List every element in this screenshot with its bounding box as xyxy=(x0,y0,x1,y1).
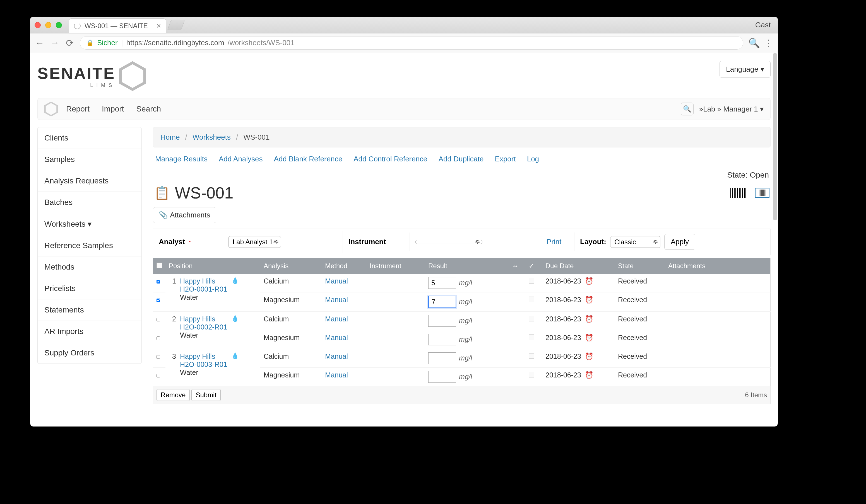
search-in-page-icon[interactable]: 🔍 xyxy=(748,37,758,48)
unit-label: mg/l xyxy=(459,279,472,287)
method-link[interactable]: Manual xyxy=(325,315,348,323)
ar-link[interactable]: H2O-0001-R01 xyxy=(180,285,227,293)
client-link[interactable]: Happy Hills xyxy=(180,315,215,323)
remove-button[interactable]: Remove xyxy=(156,389,190,401)
position-number: 2 xyxy=(169,315,176,339)
nav-import[interactable]: Import xyxy=(102,104,124,113)
result-input[interactable] xyxy=(428,277,456,289)
unit-label: mg/l xyxy=(459,354,472,362)
table-row: 2Happy HillsH2O-0002-R01Water💧CalciumMan… xyxy=(153,312,770,330)
barcode-icon[interactable] xyxy=(730,188,747,198)
col-instrument[interactable]: Instrument xyxy=(366,258,425,274)
breadcrumb-current: WS-001 xyxy=(244,133,270,141)
instrument-select[interactable] xyxy=(415,240,482,244)
close-tab-icon[interactable]: × xyxy=(156,22,161,31)
method-link[interactable]: Manual xyxy=(325,334,348,342)
profile-label[interactable]: Gast xyxy=(755,21,773,29)
search-button[interactable]: 🔍 xyxy=(681,103,693,115)
sidebar-item-methods[interactable]: Methods xyxy=(38,256,142,278)
client-link[interactable]: Happy Hills xyxy=(180,352,215,360)
action-add-duplicate[interactable]: Add Duplicate xyxy=(438,155,484,163)
sidebar-item-statements[interactable]: Statements xyxy=(38,299,142,321)
new-tab-button[interactable] xyxy=(167,20,185,30)
col-state[interactable]: State xyxy=(615,258,665,274)
verified-checkbox[interactable] xyxy=(529,372,534,377)
action-add-control-reference[interactable]: Add Control Reference xyxy=(354,155,427,163)
col-analysis[interactable]: Analysis xyxy=(260,258,322,274)
verified-checkbox[interactable] xyxy=(529,278,534,284)
nav-search[interactable]: Search xyxy=(136,104,161,113)
action-export[interactable]: Export xyxy=(495,155,516,163)
row-checkbox[interactable] xyxy=(156,355,160,359)
window-controls xyxy=(35,22,62,28)
sidebar-item-reference-samples[interactable]: Reference Samples xyxy=(38,235,142,256)
scrollbar[interactable] xyxy=(773,53,777,220)
result-input[interactable] xyxy=(428,371,456,383)
browser-tab[interactable]: WS-001 — SENAITE × xyxy=(69,19,166,33)
attachments-button[interactable]: 📎 Attachments xyxy=(153,207,216,223)
sidebar-item-pricelists[interactable]: Pricelists xyxy=(38,278,142,299)
method-link[interactable]: Manual xyxy=(325,296,348,303)
verified-checkbox[interactable] xyxy=(529,353,534,359)
maximize-window-icon[interactable] xyxy=(56,22,62,28)
sidebar-item-clients[interactable]: Clients xyxy=(38,127,142,149)
print-link[interactable]: Print xyxy=(546,238,561,246)
col-result[interactable]: Result xyxy=(425,258,509,274)
user-menu[interactable]: »Lab » Manager 1 ▾ xyxy=(699,105,764,113)
logo[interactable]: SENAITE LIMS xyxy=(37,61,146,91)
result-input[interactable] xyxy=(428,334,456,345)
analysis-cell: Magnesium xyxy=(260,293,322,312)
address-bar[interactable]: 🔒 Sicher | https://senaite.ridingbytes.c… xyxy=(80,36,743,50)
breadcrumb-worksheets[interactable]: Worksheets xyxy=(192,133,231,141)
language-button[interactable]: Language ▾ xyxy=(720,61,770,78)
result-input[interactable] xyxy=(428,352,456,364)
apply-button[interactable]: Apply xyxy=(664,234,695,250)
sidebar-item-ar-imports[interactable]: AR Imports xyxy=(38,321,142,342)
method-link[interactable]: Manual xyxy=(325,277,348,285)
menu-icon[interactable]: ⋮ xyxy=(763,37,773,48)
result-input[interactable] xyxy=(428,296,456,308)
lock-icon: 🔒 xyxy=(86,39,94,47)
nav-report[interactable]: Report xyxy=(66,104,90,113)
back-button[interactable]: ← xyxy=(35,37,45,48)
sidebar-item-worksheets[interactable]: Worksheets ▾ xyxy=(38,213,142,235)
submit-button[interactable]: Submit xyxy=(191,389,221,401)
ar-link[interactable]: H2O-0003-R01 xyxy=(180,360,227,368)
action-add-blank-reference[interactable]: Add Blank Reference xyxy=(274,155,342,163)
action-add-analyses[interactable]: Add Analyses xyxy=(219,155,263,163)
minimize-window-icon[interactable] xyxy=(45,22,51,28)
sidebar-item-samples[interactable]: Samples xyxy=(38,149,142,170)
col-due-date[interactable]: Due Date xyxy=(542,258,615,274)
col-method[interactable]: Method xyxy=(322,258,366,274)
method-link[interactable]: Manual xyxy=(325,371,348,379)
row-checkbox[interactable] xyxy=(156,318,160,321)
sidebar-item-batches[interactable]: Batches xyxy=(38,192,142,213)
row-checkbox[interactable] xyxy=(156,336,160,340)
verified-checkbox[interactable] xyxy=(529,297,534,302)
analysis-cell: Calcium xyxy=(260,312,322,330)
close-window-icon[interactable] xyxy=(35,22,41,28)
layout-select[interactable]: Classic xyxy=(610,236,660,248)
select-all-checkbox[interactable] xyxy=(156,263,162,268)
breadcrumb-home[interactable]: Home xyxy=(160,133,180,141)
row-checkbox[interactable] xyxy=(156,280,160,284)
verified-checkbox[interactable] xyxy=(529,334,534,340)
method-link[interactable]: Manual xyxy=(325,352,348,360)
row-checkbox[interactable] xyxy=(156,299,160,302)
verified-checkbox[interactable] xyxy=(529,316,534,321)
hexagon-icon[interactable] xyxy=(44,102,58,116)
sidebar-item-analysis-requests[interactable]: Analysis Requests xyxy=(38,170,142,192)
col-position[interactable]: Position xyxy=(165,258,260,274)
action-log[interactable]: Log xyxy=(527,155,539,163)
barcode-search-icon[interactable] xyxy=(755,188,769,198)
reload-button[interactable]: ⟳ xyxy=(65,37,75,48)
url-host: https://senaite.ridingbytes.com xyxy=(126,38,224,47)
ar-link[interactable]: H2O-0002-R01 xyxy=(180,323,227,331)
sidebar-item-supply-orders[interactable]: Supply Orders xyxy=(38,342,142,364)
row-checkbox[interactable] xyxy=(156,374,160,377)
col-attachments[interactable]: Attachments xyxy=(665,258,770,274)
action-manage-results[interactable]: Manage Results xyxy=(155,155,208,163)
client-link[interactable]: Happy Hills xyxy=(180,277,215,285)
result-input[interactable] xyxy=(428,315,456,327)
analyst-select[interactable]: Lab Analyst 1 xyxy=(229,236,281,248)
